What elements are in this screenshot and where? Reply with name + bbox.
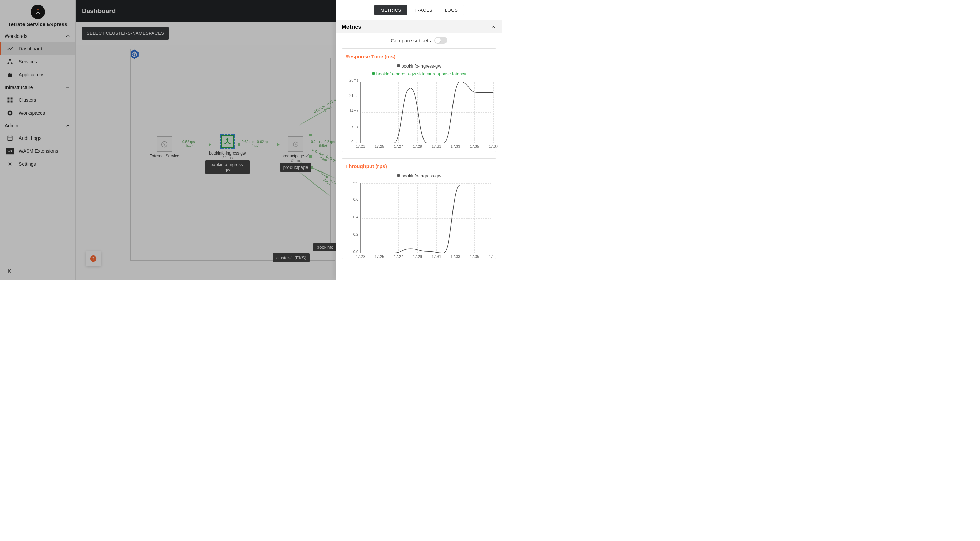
sidebar-item-services[interactable]: Services (0, 55, 75, 68)
sidebar-item-label: Services (19, 59, 37, 64)
brand-title: Tetrate Service Express (8, 21, 67, 27)
y-tick: 0.6 (345, 197, 358, 201)
svg-rect-2 (9, 59, 11, 61)
nav-section-workloads[interactable]: Workloads (0, 30, 75, 42)
sidebar-item-label: Workspaces (19, 110, 45, 116)
sidebar-item-settings[interactable]: Settings (0, 158, 75, 170)
chevron-up-icon (65, 33, 71, 39)
y-tick: 21ms (345, 94, 358, 97)
brand: Tetrate Service Express (0, 0, 75, 30)
chart-throughput: Throughput (rps) bookinfo-ingress-gw 0.8… (342, 158, 496, 259)
panel-tab-traces[interactable]: TRACES (407, 5, 439, 15)
chart-legend: bookinfo-ingress-gw bookinfo-ingress-gw … (345, 62, 493, 78)
compare-subsets-toggle[interactable] (434, 37, 447, 44)
x-tick: 17.37 (488, 144, 498, 148)
svg-rect-8 (11, 100, 13, 103)
svg-point-18 (9, 163, 11, 165)
panel-tab-group: METRICS TRACES LOGS (374, 5, 464, 15)
svg-rect-12 (8, 136, 12, 140)
node-external-service[interactable]: ? External Service (149, 137, 180, 158)
help-button[interactable]: ? (86, 251, 101, 266)
sidebar: Tetrate Service Express WorkloadsDashboa… (0, 0, 76, 280)
sidebar-item-label: Clusters (19, 97, 36, 103)
x-tick: 17.23 (356, 255, 365, 259)
svg-rect-7 (8, 100, 10, 103)
cluster-badge: cluster-1 (EKS) (273, 253, 310, 262)
y-tick: 0ms (345, 140, 358, 143)
sidebar-item-workspaces[interactable]: Workspaces (0, 107, 75, 119)
x-tick: 17.33 (451, 144, 460, 148)
page-title: Dashboard (82, 7, 116, 15)
sidebar-item-audit-logs[interactable]: Audit Logs (0, 132, 75, 145)
svg-point-11 (9, 112, 10, 113)
sidebar-item-label: Settings (19, 161, 36, 167)
chevron-up-icon (65, 123, 71, 128)
svg-text:?: ? (163, 142, 166, 146)
target-icon (6, 110, 14, 116)
chart-line (360, 81, 493, 143)
sidebar-item-label: Dashboard (19, 46, 42, 51)
node-productpage[interactable]: productpage-v1 24 ms productpage (275, 137, 316, 172)
chevron-up-icon (490, 24, 496, 30)
sidebar-item-label: Audit Logs (19, 135, 41, 141)
y-tick: 0.8 (345, 182, 358, 184)
sidebar-item-label: WASM Extensions (19, 148, 58, 154)
gateway-icon (220, 134, 235, 150)
y-tick: 0.0 (345, 250, 358, 254)
sidebar-item-clusters[interactable]: Clusters (0, 94, 75, 107)
x-tick: 17.23 (356, 144, 365, 148)
chart-line-icon (6, 45, 14, 52)
metrics-section-header[interactable]: Metrics (336, 20, 502, 33)
x-tick: 17.31 (432, 255, 441, 259)
y-tick: 0.4 (345, 215, 358, 219)
svg-point-1 (37, 9, 38, 10)
svg-rect-3 (8, 63, 9, 64)
sidebar-item-applications[interactable]: Applications (0, 68, 75, 81)
svg-rect-5 (8, 97, 10, 100)
svg-rect-6 (11, 97, 13, 100)
y-tick: 0.2 (345, 232, 358, 236)
x-tick: 17.31 (432, 144, 441, 148)
x-tick: 17.35 (470, 255, 479, 259)
chevron-up-icon (65, 84, 71, 90)
namespace-badge: bookinfo (313, 243, 337, 251)
y-tick: 14ms (345, 109, 358, 113)
chart-line (360, 183, 493, 253)
panel-tab-logs[interactable]: LOGS (439, 5, 464, 15)
sidebar-item-dashboard[interactable]: Dashboard (0, 42, 75, 55)
svg-text:WA: WA (8, 150, 13, 153)
x-tick: 17.27 (394, 255, 403, 259)
chart-legend: bookinfo-ingress-gw (345, 172, 493, 180)
edge-label: 0.62 rps(http) (183, 140, 195, 147)
nav-section-infrastructure[interactable]: Infrastructure (0, 81, 75, 94)
calendar-icon (6, 135, 14, 142)
brand-logo-icon (31, 5, 45, 19)
node-bookinfo-ingress-gw[interactable]: bookinfo-ingress-gw 24 ms bookinfo-ingre… (205, 134, 250, 174)
y-tick: 28ms (345, 78, 358, 82)
nav-section-admin[interactable]: Admin (0, 119, 75, 132)
node-badge: productpage (280, 163, 311, 172)
x-tick: 17.25 (375, 255, 384, 259)
x-tick: 17.33 (451, 255, 460, 259)
metrics-panel: METRICS TRACES LOGS Metrics Compare subs… (336, 0, 502, 280)
collapse-sidebar-button[interactable] (7, 267, 14, 275)
x-tick: 17.37 (488, 255, 493, 259)
svg-point-30 (295, 143, 297, 145)
question-icon: ? (156, 137, 172, 152)
x-tick: 17.27 (394, 144, 403, 148)
y-tick: 7ms (345, 124, 358, 128)
svg-text:?: ? (92, 256, 95, 261)
panel-tab-metrics[interactable]: METRICS (374, 5, 408, 15)
node-badge: bookinfo-ingress-gw (205, 160, 250, 174)
wa-icon: WA (6, 148, 14, 154)
x-tick: 17.29 (413, 144, 422, 148)
puzzle-icon (6, 71, 14, 78)
svg-rect-4 (11, 63, 12, 64)
x-tick: 17.29 (413, 255, 422, 259)
hierarchy-icon (6, 58, 14, 65)
sidebar-item-wasm-extensions[interactable]: WAWASM Extensions (0, 145, 75, 158)
sidebar-item-label: Applications (19, 72, 45, 78)
grid-icon (6, 97, 14, 103)
select-clusters-namespaces-button[interactable]: SELECT CLUSTERS-NAMESPACES (82, 27, 169, 40)
chart-response-time: Response Time (ms) bookinfo-ingress-gw b… (342, 48, 496, 152)
